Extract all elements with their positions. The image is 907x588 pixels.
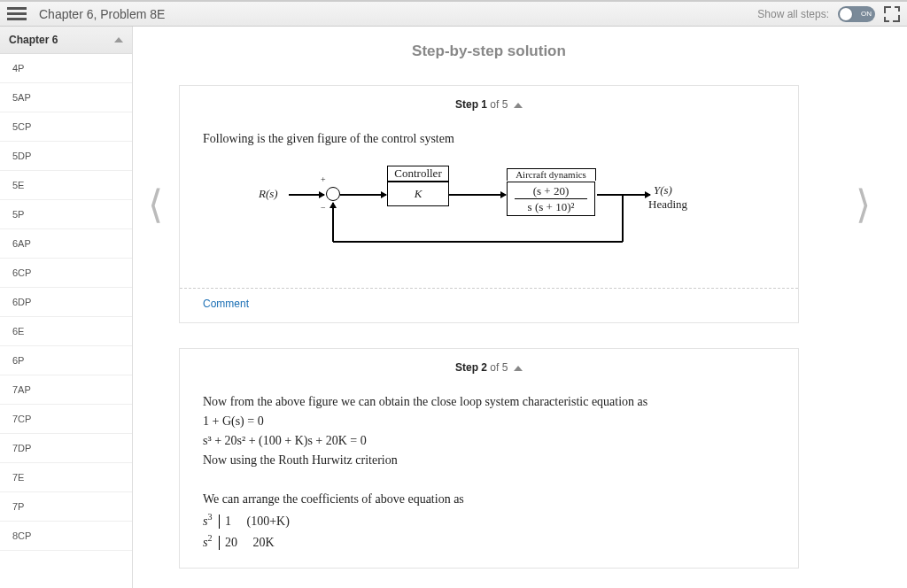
sidebar-item[interactable]: 5CP bbox=[0, 112, 132, 142]
show-all-steps-toggle[interactable]: ON bbox=[838, 6, 875, 22]
sidebar-item[interactable]: 7CP bbox=[0, 405, 132, 434]
diagram-output-sub: Heading bbox=[648, 197, 687, 212]
sidebar-item[interactable]: 7DP bbox=[0, 434, 132, 463]
solution-title: Step-by-step solution bbox=[179, 27, 799, 85]
sidebar-item[interactable]: 6AP bbox=[0, 229, 132, 259]
controller-label: Controller bbox=[387, 166, 449, 182]
chevron-up-icon bbox=[114, 37, 123, 43]
chevron-up-icon bbox=[514, 366, 523, 371]
sidebar: Chapter 6 4P5AP5CP5DP5E5P6AP6CP6DP6E6P7A… bbox=[0, 27, 133, 588]
step-card: Step 2 of 5 Now from the above figure we… bbox=[179, 348, 799, 569]
diagram-input: R(s) bbox=[259, 187, 278, 201]
sidebar-item[interactable]: 4P bbox=[0, 54, 132, 83]
sidebar-item[interactable]: 6P bbox=[0, 346, 132, 375]
step2-body: Now from the above figure we can obtain … bbox=[180, 381, 798, 568]
chapter-header[interactable]: Chapter 6 bbox=[0, 27, 132, 54]
sidebar-item[interactable]: 7AP bbox=[0, 375, 132, 405]
header-bar: Chapter 6, Problem 8E Show all steps: ON bbox=[0, 2, 907, 27]
block-diagram: R(s) + − Controller K bbox=[259, 155, 719, 261]
sidebar-item[interactable]: 5P bbox=[0, 200, 132, 229]
step-header[interactable]: Step 2 of 5 bbox=[180, 349, 798, 381]
comment-link[interactable]: Comment bbox=[180, 292, 798, 322]
step-card: Step 1 of 5 Following is the given figur… bbox=[179, 85, 799, 323]
chevron-up-icon bbox=[514, 103, 523, 108]
sidebar-item[interactable]: 6E bbox=[0, 317, 132, 346]
sidebar-item[interactable]: 5AP bbox=[0, 83, 132, 112]
controller-value: K bbox=[387, 182, 449, 206]
show-all-steps-label: Show all steps: bbox=[757, 8, 829, 20]
sidebar-item[interactable]: 6CP bbox=[0, 259, 132, 288]
breadcrumb: Chapter 6, Problem 8E bbox=[39, 7, 165, 21]
step-header[interactable]: Step 1 of 5 bbox=[180, 86, 798, 118]
sidebar-item[interactable]: 8CP bbox=[0, 522, 132, 551]
chapter-label: Chapter 6 bbox=[9, 34, 58, 46]
next-problem-arrow[interactable]: ⟩ bbox=[845, 177, 880, 230]
summing-junction bbox=[326, 187, 340, 201]
sidebar-item[interactable]: 7P bbox=[0, 492, 132, 522]
sidebar-item[interactable]: 5DP bbox=[0, 142, 132, 171]
problem-list: 4P5AP5CP5DP5E5P6AP6CP6DP6E6P7AP7CP7DP7E7… bbox=[0, 54, 132, 551]
sidebar-item[interactable]: 5E bbox=[0, 171, 132, 200]
plant-block: Aircraft dynamics (s + 20) s (s + 10)² bbox=[507, 182, 595, 216]
hamburger-icon[interactable] bbox=[7, 4, 27, 24]
sidebar-item[interactable]: 7E bbox=[0, 463, 132, 492]
step1-intro: Following is the given figure of the con… bbox=[203, 132, 775, 146]
diagram-output: Y(s) bbox=[654, 183, 672, 197]
fullscreen-icon[interactable] bbox=[884, 6, 900, 22]
sidebar-item[interactable]: 6DP bbox=[0, 288, 132, 317]
